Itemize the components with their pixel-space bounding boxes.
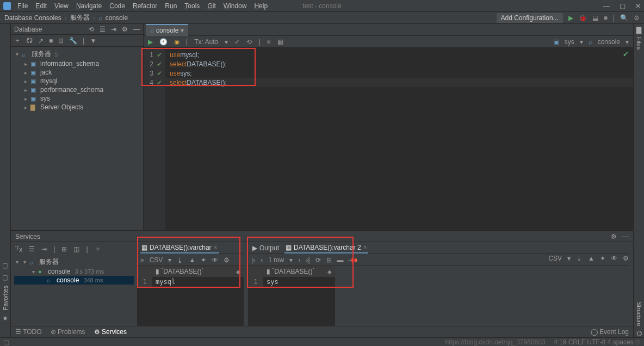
chevron-down-icon[interactable]: ▾ xyxy=(14,51,20,57)
refresh-icon[interactable]: 🗘 xyxy=(26,37,33,45)
star-icon[interactable]: ★ xyxy=(2,314,8,322)
layout-icon[interactable]: ◫ xyxy=(73,245,79,253)
chevron-down-icon[interactable]: ▾ xyxy=(168,256,171,264)
chevron-right-icon[interactable]: ▸ xyxy=(23,96,28,102)
gear-icon[interactable]: ⚙ xyxy=(611,233,617,240)
maximize-icon[interactable]: ▢ xyxy=(620,2,626,10)
menu-code[interactable]: Code xyxy=(106,1,128,11)
expand-icon[interactable]: ☰ xyxy=(100,26,106,33)
collapse-icon[interactable]: ⇥ xyxy=(41,245,47,253)
more-icon[interactable]: » xyxy=(140,256,144,264)
eye-icon[interactable]: 👁 xyxy=(212,256,218,264)
prev-page-icon[interactable]: ‹ xyxy=(261,256,263,264)
chevron-right-icon[interactable]: ▸ xyxy=(23,70,28,76)
files-icon[interactable]: ▇ xyxy=(636,26,641,34)
sync-icon[interactable]: ⊟ xyxy=(58,37,64,45)
grid-icon[interactable]: ⊞ xyxy=(61,245,67,253)
upload-icon[interactable]: ▲ xyxy=(588,255,595,262)
gear-icon[interactable]: ⚙ xyxy=(634,14,640,22)
rollback-icon[interactable]: ⟲ xyxy=(246,38,252,46)
upload-icon[interactable]: ▲ xyxy=(189,256,195,264)
last-page-icon[interactable]: ›| xyxy=(306,256,309,264)
inspection-ok-icon[interactable]: ✔ xyxy=(623,50,629,58)
box-icon[interactable]: ▢ xyxy=(2,262,8,269)
download-icon[interactable]: ⭳ xyxy=(576,255,583,262)
debug-icon[interactable]: 🐞 xyxy=(579,14,587,22)
console-selector[interactable]: console xyxy=(598,38,620,46)
svc-tree-console-group[interactable]: ▾●console3 s 373 ms xyxy=(14,267,134,276)
tree-item-sys[interactable]: ▸▣sys xyxy=(11,94,143,103)
output-tab[interactable]: ▶Output xyxy=(251,243,280,253)
tree-item-information-schema[interactable]: ▸▣information_schema xyxy=(11,59,143,68)
jump-icon[interactable]: ↗ xyxy=(38,37,44,45)
search-icon[interactable]: 🔍 xyxy=(620,14,628,22)
tx-icon[interactable]: Tx xyxy=(15,244,22,254)
crumb-console[interactable]: console xyxy=(106,14,128,22)
services-tab[interactable]: ⚙ Services xyxy=(94,328,127,336)
tree-item-jack[interactable]: ▸▣jack xyxy=(11,68,143,77)
stop-icon[interactable]: ■ xyxy=(49,37,53,45)
menu-git[interactable]: Git xyxy=(204,1,219,11)
sort-icon[interactable]: ◆ xyxy=(327,269,332,275)
cell-value[interactable]: mysql xyxy=(152,277,244,287)
chevron-down-icon[interactable]: ▾ xyxy=(22,259,27,265)
cell-value[interactable]: sys xyxy=(263,277,335,287)
chevron-right-icon[interactable]: ▸ xyxy=(23,87,28,93)
pin-icon[interactable]: 📌 xyxy=(348,254,359,265)
csv-dropdown[interactable]: CSV xyxy=(150,256,163,264)
svc-tree-root[interactable]: ▾▾⌕服务器 xyxy=(14,257,134,267)
schema-selector[interactable]: sys xyxy=(565,38,574,46)
first-page-icon[interactable]: |‹ xyxy=(251,256,255,264)
eye-icon[interactable]: 👁 xyxy=(611,255,617,262)
chevron-down-icon[interactable]: ▾ xyxy=(567,255,571,262)
chevron-down-icon[interactable]: ▾ xyxy=(14,259,20,265)
editor-tab-console[interactable]: ⌕ console ▾ xyxy=(146,24,188,36)
hide-panel-icon[interactable]: — xyxy=(133,26,140,33)
clone-icon[interactable]: ⊟ xyxy=(326,256,332,264)
todo-tab[interactable]: ☰ TODO xyxy=(15,328,42,336)
menu-refactor[interactable]: Refactor xyxy=(129,1,160,11)
chevron-down-icon[interactable]: ▾ xyxy=(181,27,184,34)
hide-panel-icon[interactable]: — xyxy=(622,233,629,240)
chevron-right-icon[interactable]: ▸ xyxy=(23,78,28,84)
column-header[interactable]: ▮ `DATABASE()`◆ xyxy=(152,266,244,277)
stop-icon[interactable]: ■ xyxy=(604,14,608,22)
gear-icon[interactable]: ⚙ xyxy=(224,256,230,264)
compare-icon[interactable]: ✦ xyxy=(201,256,206,264)
chevron-down-icon[interactable]: ▾ xyxy=(580,38,583,46)
expand-icon[interactable]: ☰ xyxy=(29,245,35,253)
menu-window[interactable]: Window xyxy=(220,1,250,11)
chevron-down-icon[interactable]: ▾ xyxy=(225,38,228,46)
structure-icon[interactable]: ⌬ xyxy=(636,330,642,337)
column-header[interactable]: ▮ `DATABASE()`◆ xyxy=(263,266,335,277)
close-icon[interactable]: ✕ xyxy=(635,2,641,10)
crumb-root[interactable]: Database Consoles xyxy=(4,14,61,22)
structure-tool-button[interactable]: Structure xyxy=(636,302,642,326)
box-icon[interactable]: ▢ xyxy=(2,274,8,281)
svc-tree-console-selected[interactable]: ⌕console348 ms xyxy=(14,276,134,285)
download-icon[interactable]: ⭳ xyxy=(177,256,183,264)
tree-server-root[interactable]: ▾ ⌕ 服务器 5 xyxy=(11,49,143,59)
problems-tab[interactable]: ⊘ Problems xyxy=(51,328,85,336)
chevron-right-icon[interactable]: ▸ xyxy=(23,104,28,110)
add-configuration-button[interactable]: Add Configuration... xyxy=(497,13,563,23)
close-tab-icon[interactable]: × xyxy=(363,244,367,251)
gear-icon[interactable]: ⚙ xyxy=(122,26,128,33)
gear-icon[interactable]: ⚙ xyxy=(623,255,629,262)
menu-tools[interactable]: Tools xyxy=(181,1,203,11)
explain-icon[interactable]: ◉ xyxy=(174,38,179,46)
status-info[interactable]: 4:19 CRLF UTF-8 4 spaces ⦾ xyxy=(554,338,641,346)
sync-icon[interactable]: ⟲ xyxy=(89,26,94,33)
run-icon[interactable]: ▶ xyxy=(148,38,153,46)
code-editor[interactable]: 1✔ 2✔ 3✔ 4✔ use mysql; select DATABASE()… xyxy=(144,48,633,230)
chevron-down-icon[interactable]: ▾ xyxy=(289,256,293,264)
reload-icon[interactable]: ⟳ xyxy=(315,256,321,264)
next-page-icon[interactable]: › xyxy=(298,256,300,264)
chevron-down-icon[interactable]: ▾ xyxy=(626,38,629,46)
delete-icon[interactable]: ▬ xyxy=(337,256,344,264)
menu-run[interactable]: Run xyxy=(162,1,180,11)
stop-icon[interactable]: ■ xyxy=(267,38,270,46)
add-icon[interactable]: ＋ xyxy=(95,244,101,254)
crumb-server[interactable]: 服务器 xyxy=(70,13,90,22)
compare-icon[interactable]: ✦ xyxy=(600,255,605,262)
